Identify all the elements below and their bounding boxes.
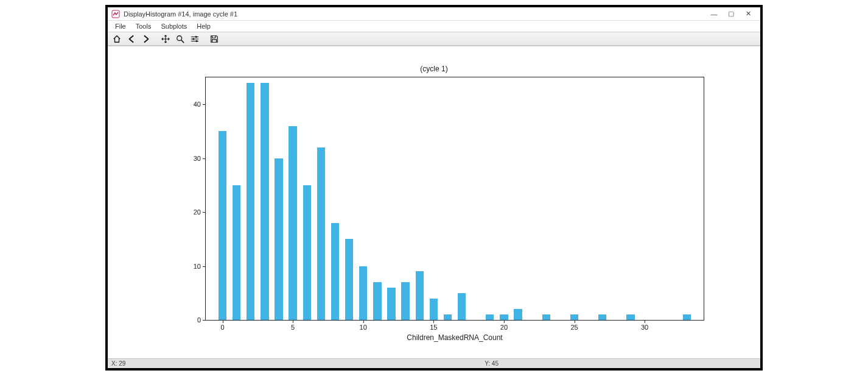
maximize-button[interactable]: ▢	[723, 9, 740, 20]
bar	[444, 314, 452, 320]
x-tick: 0	[220, 320, 224, 331]
window-title: DisplayHistogram #14, image cycle #1	[124, 10, 237, 18]
bar	[430, 299, 438, 320]
x-tick: 25	[570, 320, 578, 331]
bar	[303, 185, 311, 320]
close-button[interactable]: ✕	[740, 9, 757, 20]
x-axis-label: Children_MaskedRNA_Count	[407, 333, 502, 342]
menu-subplots[interactable]: Subplots	[156, 23, 192, 30]
bar	[233, 185, 240, 320]
toolbar	[108, 32, 760, 46]
y-tick: 0	[197, 316, 206, 324]
bar	[387, 288, 395, 320]
bar	[598, 314, 606, 320]
bars-group	[206, 77, 704, 320]
bar	[500, 314, 508, 320]
bar	[458, 293, 466, 320]
bar	[247, 83, 254, 320]
axes[interactable]: 010203040 051015202530 Children_MaskedRN…	[205, 77, 704, 321]
status-x: X: 29	[111, 360, 125, 367]
save-icon[interactable]	[208, 33, 221, 45]
minimize-button[interactable]: —	[705, 9, 723, 20]
svg-point-1	[177, 35, 182, 40]
arrow-left-icon[interactable]	[125, 33, 138, 45]
zoom-icon[interactable]	[173, 33, 187, 45]
bar	[359, 266, 367, 320]
app-window: DisplayHistogram #14, image cycle #1 — ▢…	[105, 5, 763, 371]
menu-tools[interactable]: Tools	[131, 23, 156, 30]
bar	[345, 239, 353, 320]
bar	[514, 309, 522, 320]
bar	[289, 126, 296, 320]
svg-rect-3	[193, 38, 195, 40]
statusbar: X: 29 Y: 45	[108, 358, 760, 368]
bar	[683, 314, 691, 320]
x-tick: 15	[430, 320, 437, 331]
bar	[261, 83, 268, 320]
bar	[416, 271, 424, 320]
svg-rect-4	[196, 40, 198, 42]
bar	[331, 223, 339, 320]
bar	[570, 314, 578, 320]
plot-area: (cycle 1) 010203040 051015202530 Childre…	[108, 46, 760, 358]
bar	[626, 314, 634, 320]
titlebar: DisplayHistogram #14, image cycle #1 — ▢…	[108, 7, 760, 21]
bar	[373, 282, 381, 320]
menu-help[interactable]: Help	[192, 23, 215, 30]
bar	[219, 131, 226, 320]
bar	[401, 282, 409, 320]
svg-rect-2	[195, 36, 197, 38]
x-tick: 10	[360, 320, 367, 331]
y-tick: 20	[194, 208, 206, 216]
x-tick: 20	[500, 320, 508, 331]
y-tick: 30	[194, 155, 206, 162]
bar	[486, 314, 494, 320]
sliders-icon[interactable]	[188, 33, 201, 45]
y-tick: 10	[194, 263, 206, 270]
menu-file[interactable]: File	[110, 23, 131, 30]
bar	[317, 147, 325, 320]
status-y: Y: 45	[485, 360, 499, 367]
bar	[542, 314, 550, 320]
move-icon[interactable]	[159, 33, 172, 45]
app-icon	[111, 10, 120, 18]
bar	[275, 158, 282, 320]
chart-title: (cycle 1)	[108, 65, 760, 73]
x-tick: 5	[291, 320, 295, 331]
home-icon[interactable]	[110, 33, 124, 45]
arrow-right-icon[interactable]	[139, 33, 153, 45]
menubar: File Tools Subplots Help	[108, 21, 760, 32]
y-tick: 40	[194, 101, 206, 108]
x-tick: 30	[641, 320, 648, 331]
